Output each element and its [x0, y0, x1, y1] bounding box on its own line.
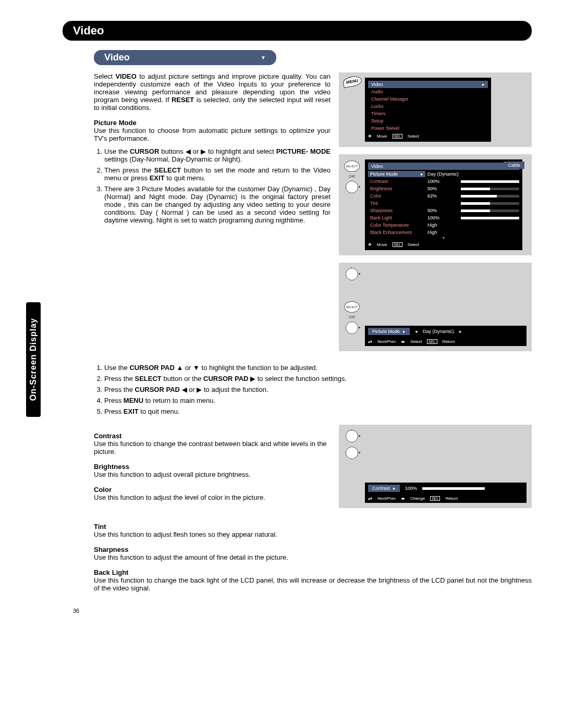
osd-row-value: 62%	[427, 193, 459, 199]
contrast-heading: Contrast	[94, 432, 331, 440]
sharpness-desc: Use this function to adjust the amount o…	[94, 553, 532, 561]
gen-step-5: Press EXIT to quit menu.	[104, 408, 532, 415]
or-label: OR	[342, 174, 362, 179]
osd-row-label: Contrast	[368, 178, 425, 184]
side-tab: On-Screen Display	[26, 302, 41, 417]
page-number: 36	[73, 608, 532, 614]
osd-row-bar	[461, 180, 519, 183]
gen-step-1: Use the CURSOR PAD ▲ or ▼ to highlight t…	[104, 364, 532, 372]
osd-menu-item: Video▸	[368, 81, 488, 88]
tint-desc: Use this function to adjust flesh tones …	[94, 530, 532, 538]
osd-row-label: Tint	[368, 200, 425, 206]
cursor-pad-icon	[346, 181, 358, 193]
select-button-icon: SELECT	[344, 301, 360, 313]
side-tab-label: On-Screen Display	[29, 318, 38, 401]
section-title: Video	[63, 21, 532, 41]
pm-step-2: Then press the SELECT button to set the …	[104, 166, 331, 182]
brightness-heading: Brightness	[94, 463, 331, 471]
osd-menu-item: Setup	[368, 117, 488, 125]
brightness-desc: Use this function to adjust overall pict…	[94, 471, 331, 478]
intro-paragraph: Select VIDEO to adjust picture settings …	[94, 72, 331, 112]
gen-step-4: Press MENU to return to main menu.	[104, 397, 532, 404]
color-desc: Use this function to adjust the level of…	[94, 493, 331, 501]
cursor-pad-up-icon: ˄	[346, 430, 358, 442]
osd-row-label: Color Temperature	[368, 222, 425, 228]
osd-row-label: Color	[368, 193, 425, 199]
osd-row-label: Sharpness	[368, 207, 425, 214]
osd-row-bar	[461, 195, 519, 198]
osd-menu-item: Timers	[368, 110, 488, 117]
sub-title: Video ▼	[94, 50, 276, 65]
osd-row-value: High	[427, 230, 459, 235]
pm-step-3: There are 3 Picture Modes available for …	[104, 185, 331, 224]
osd-menu-item: Locks	[368, 103, 488, 110]
backlight-heading: Back Light	[94, 569, 532, 576]
cursor-pad-up-icon: ˄	[346, 268, 358, 280]
osd-menu-item: Audio	[368, 88, 488, 95]
osd-row-value: High	[427, 223, 459, 228]
osd-row-label: Black Enhancement	[368, 229, 425, 236]
osd-panel-picture-mode: ˄ SELECT OR Picture Mode▸ ◂Day (Dynamic)…	[339, 263, 532, 351]
osd-row-label: Back Light	[368, 215, 425, 221]
picture-mode-desc: Use this function to choose from automat…	[94, 127, 331, 142]
backlight-desc: Use this function to change the back lig…	[94, 576, 532, 592]
osd-row-value: 50%	[427, 208, 459, 213]
osd-panel-contrast: ˄ Contrast▸ 100% ▴▾Next/Prev ◂▸Change SE…	[339, 425, 532, 508]
osd-row-label: Brightness	[368, 186, 425, 192]
osd-row-value: 50%	[427, 186, 459, 191]
osd-menu-item: Channel Manager	[368, 95, 488, 103]
select-button-icon: SELECT	[344, 161, 360, 172]
pm-step-1: Use the CURSOR buttons ◀ or ▶ to highlig…	[104, 147, 331, 163]
osd-row-bar	[461, 202, 519, 205]
osd-row-bar	[461, 217, 519, 219]
osd-row-bar	[461, 209, 519, 212]
osd-menu-item: Power Swivel	[368, 125, 488, 132]
osd-panel-video-settings: SELECT OR Cable Video▾ Picture Mode ▸Day…	[339, 154, 532, 255]
tint-heading: Tint	[94, 523, 532, 530]
down-triangle-icon: ▼	[261, 55, 266, 60]
menu-badge: MENU	[342, 75, 362, 88]
gen-step-3: Press the CURSOR PAD ◀ or ▶ to adjust th…	[104, 386, 532, 393]
osd-row-value: 100%	[427, 179, 459, 184]
osd-row-value: 100%	[427, 215, 459, 220]
sharpness-heading: Sharpness	[94, 546, 532, 553]
osd-panel-main-menu: MENU Video▸AudioChannel ManagerLocksTime…	[339, 72, 532, 147]
osd-row-label: Picture Mode ▸	[368, 171, 425, 177]
osd-row-bar	[461, 188, 519, 190]
contrast-desc: Use this function to change the contrast…	[94, 440, 331, 455]
cursor-pad-icon	[346, 322, 358, 334]
gen-step-2: Press the SELECT button or the CURSOR PA…	[104, 375, 532, 382]
color-heading: Color	[94, 486, 331, 493]
picture-mode-heading: Picture Mode	[94, 119, 331, 127]
osd-row-value: Day (Dynamic)	[427, 171, 459, 177]
picture-mode-steps: Use the CURSOR buttons ◀ or ▶ to highlig…	[94, 147, 331, 224]
sub-title-text: Video	[104, 52, 130, 63]
or-label: OR	[342, 315, 362, 319]
cursor-pad-icon	[346, 447, 358, 459]
general-steps: Use the CURSOR PAD ▲ or ▼ to highlight t…	[94, 364, 532, 415]
cable-badge: Cable	[504, 162, 524, 169]
